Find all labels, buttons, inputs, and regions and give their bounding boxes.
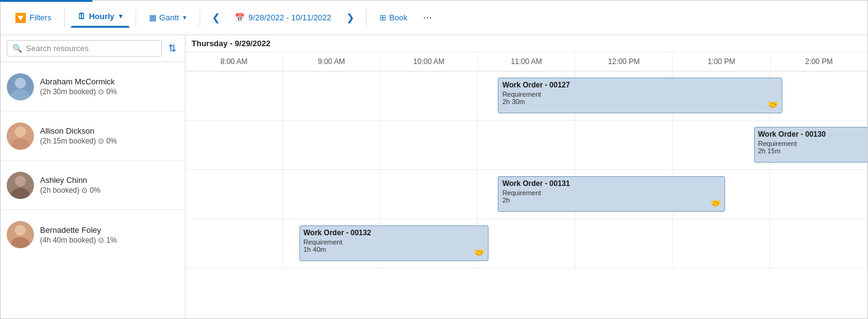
gantt-row-0: Work Order - 00127 Requirement 2h 30m 🤝 xyxy=(185,71,867,121)
avatar xyxy=(7,172,34,199)
sort-button[interactable]: ⇅ xyxy=(166,40,179,57)
toolbar-separator-4 xyxy=(366,9,367,26)
avatar xyxy=(7,221,34,248)
toolbar-separator-1 xyxy=(64,9,65,26)
wo-00132-sub: Requirement xyxy=(304,238,485,246)
gantt-cell xyxy=(380,121,477,169)
resource-name: Allison Dickson xyxy=(40,126,117,135)
gantt-row-2: Work Order - 00131 Requirement 2h 🤝 xyxy=(185,170,867,219)
date-range-button[interactable]: 📅 9/28/2022 - 10/11/2022 xyxy=(229,10,337,25)
left-panel: 🔍 Search resources ⇅ xyxy=(1,35,185,319)
gantt-cell xyxy=(477,219,575,268)
gantt-cell xyxy=(770,219,867,268)
avatar xyxy=(7,73,34,100)
resource-info: Allison Dickson (2h 15m booked) ⊙ 0% xyxy=(40,126,117,145)
gantt-row-3: Work Order - 00132 Requirement 1h 40m 🤝 xyxy=(185,219,867,269)
resource-list: Abraham McCormick (2h 30m booked) ⊙ 0% xyxy=(1,62,185,319)
wo-00132-block[interactable]: Work Order - 00132 Requirement 1h 40m 🤝 xyxy=(299,225,489,261)
wo-00127-title: Work Order - 00127 xyxy=(502,81,777,89)
gantt-cell xyxy=(380,170,477,219)
resource-meta: (2h 30m booked) ⊙ 0% xyxy=(40,87,117,96)
search-icon: 🔍 xyxy=(12,44,22,53)
wo-00132-title: Work Order - 00132 xyxy=(304,228,485,237)
gantt-date-header: Thursday - 9/29/2022 xyxy=(185,35,867,52)
gantt-cell xyxy=(380,71,477,120)
next-date-button[interactable]: ❯ xyxy=(341,9,360,27)
gantt-time-header: 8:00 AM 9:00 AM 10:00 AM 11:00 AM 12:00 … xyxy=(185,52,867,71)
gantt-cell xyxy=(185,170,283,219)
list-item: Bernadette Foley (4h 40m booked) ⊙ 1% xyxy=(1,210,185,259)
wo-00131-block[interactable]: Work Order - 00131 Requirement 2h 🤝 xyxy=(498,176,725,212)
gantt-cell xyxy=(770,170,867,219)
resource-name: Ashley Chinn xyxy=(40,176,100,185)
wo-00131-sub: Requirement xyxy=(502,189,721,196)
svg-point-7 xyxy=(15,176,26,187)
list-item: Abraham McCormick (2h 30m booked) ⊙ 0% xyxy=(1,62,185,111)
gantt-cell xyxy=(283,121,380,169)
resource-name: Bernadette Foley xyxy=(40,225,117,235)
handshake-icon: 🤝 xyxy=(710,198,721,208)
time-cell-10am: 10:00 AM xyxy=(381,52,478,71)
app-container: 🔽 Filters 🗓 Hourly ▾ ▦ Gantt ▾ ❮ 📅 9/28/… xyxy=(0,0,868,319)
gantt-cell xyxy=(477,121,575,169)
list-item: Allison Dickson (2h 15m booked) ⊙ 0% xyxy=(1,111,185,161)
resource-info: Ashley Chinn (2h booked) ⊙ 0% xyxy=(40,176,100,195)
resource-meta: (2h 15m booked) ⊙ 0% xyxy=(40,137,117,145)
handshake-icon: 🤝 xyxy=(768,100,778,110)
search-bar: 🔍 Search resources ⇅ xyxy=(1,35,185,62)
wo-00130-duration: 2h 15m xyxy=(758,147,868,155)
hourly-calendar-icon: 🗓 xyxy=(78,12,86,21)
gantt-cell xyxy=(770,71,867,120)
avatar-image-3 xyxy=(7,221,34,248)
resource-info: Bernadette Foley (4h 40m booked) ⊙ 1% xyxy=(40,225,117,244)
gantt-cell xyxy=(673,219,770,268)
filters-label: Filters xyxy=(30,13,51,22)
wo-00127-sub: Requirement xyxy=(502,91,777,98)
date-range-label: 9/28/2022 - 10/11/2022 xyxy=(248,13,331,22)
svg-point-4 xyxy=(15,126,26,137)
hourly-button[interactable]: 🗓 Hourly ▾ xyxy=(71,8,129,28)
gantt-cell xyxy=(185,121,283,169)
time-cell-2pm: 2:00 PM xyxy=(771,52,867,71)
gantt-cell xyxy=(283,170,380,219)
gantt-row-1: Work Order - 00130 Requirement 2h 15m xyxy=(185,121,867,170)
wo-00130-block[interactable]: Work Order - 00130 Requirement 2h 15m xyxy=(754,127,868,163)
chevron-right-icon: ❯ xyxy=(346,12,354,23)
prev-date-button[interactable]: ❮ xyxy=(206,9,225,27)
gantt-area: 🔍 Search resources ⇅ xyxy=(1,35,867,319)
wo-00130-title: Work Order - 00130 xyxy=(758,130,868,139)
hourly-chevron-icon: ▾ xyxy=(119,12,123,20)
gantt-chart: Thursday - 9/29/2022 8:00 AM 9:00 AM 10:… xyxy=(185,35,867,319)
search-input-wrapper[interactable]: 🔍 Search resources xyxy=(7,40,162,57)
hourly-label: Hourly xyxy=(89,12,114,21)
svg-point-10 xyxy=(15,225,26,236)
gantt-icon: ▦ xyxy=(149,13,156,22)
wo-00127-block[interactable]: Work Order - 00127 Requirement 2h 30m 🤝 xyxy=(498,78,782,113)
time-cell-9am: 9:00 AM xyxy=(283,52,380,71)
search-placeholder: Search resources xyxy=(26,44,89,53)
time-cell-8am: 8:00 AM xyxy=(185,52,283,71)
resource-meta: (2h booked) ⊙ 0% xyxy=(40,186,100,195)
time-cell-12pm: 12:00 PM xyxy=(575,52,673,71)
wo-00130-sub: Requirement xyxy=(758,140,868,147)
gantt-cell xyxy=(185,71,283,120)
book-label: Book xyxy=(389,13,408,22)
wo-00132-duration: 1h 40m xyxy=(304,246,485,253)
toolbar-separator-3 xyxy=(200,9,200,26)
time-cell-11am: 11:00 AM xyxy=(478,52,575,71)
book-plus-icon: ⊞ xyxy=(379,13,386,22)
wo-00131-title: Work Order - 00131 xyxy=(502,179,721,188)
main-area: 🔍 Search resources ⇅ xyxy=(1,35,867,319)
gantt-label: Gantt xyxy=(160,13,179,22)
more-options-button[interactable]: ··· xyxy=(418,8,437,27)
gantt-button[interactable]: ▦ Gantt ▾ xyxy=(142,9,194,26)
svg-point-1 xyxy=(11,89,30,100)
gantt-cell xyxy=(575,121,673,169)
gantt-chevron-icon: ▾ xyxy=(183,14,187,22)
resource-name: Abraham McCormick xyxy=(40,77,117,86)
book-button[interactable]: ⊞ Book xyxy=(373,9,415,26)
gantt-cell xyxy=(575,219,673,268)
chevron-left-icon: ❮ xyxy=(212,12,220,23)
filters-button[interactable]: 🔽 Filters xyxy=(8,9,58,27)
more-icon: ··· xyxy=(423,11,432,23)
